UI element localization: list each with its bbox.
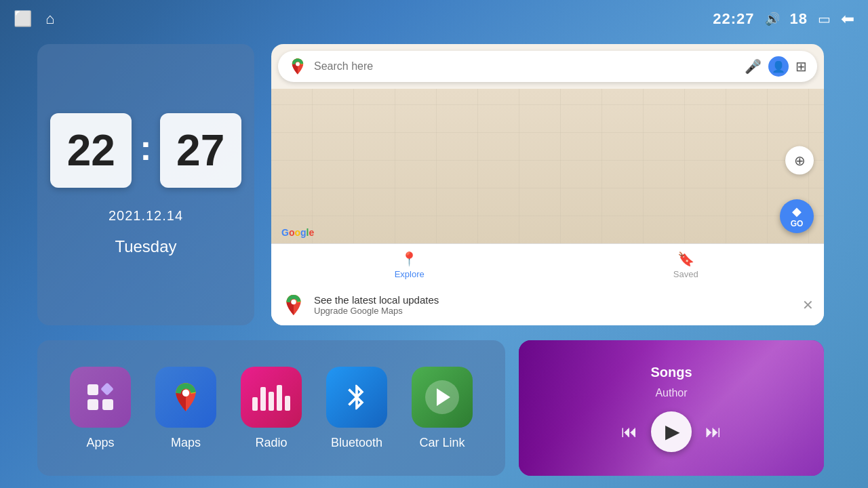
volume-level: 18 [790,10,808,28]
saved-label: Saved [673,269,698,279]
bluetooth-icon [326,367,387,428]
app-item-maps[interactable]: Maps [155,367,216,450]
clock-day: Tuesday [115,237,176,256]
app-item-carlink[interactable]: Car Link [412,367,473,450]
music-next-button[interactable]: ⏭ [705,422,722,441]
clock-time-display: 22 : 27 [50,113,241,188]
apps-icon [70,367,131,428]
carlink-label: Car Link [419,436,465,450]
upgrade-text: See the latest local updates Upgrade Goo… [314,294,794,316]
grid-dot-1 [87,384,98,395]
app-item-apps[interactable]: Apps [70,367,131,450]
google-watermark: Google [281,227,314,238]
google-maps-logo [288,57,307,76]
music-play-button[interactable]: ▶ [651,411,692,452]
svg-point-0 [296,62,300,66]
apps-panel: Apps Maps [37,340,505,476]
maps-label: Maps [171,436,201,450]
upgrade-close-button[interactable]: ✕ [802,297,814,313]
clock-widget: 22 : 27 2021.12.14 Tuesday [37,44,254,325]
radio-bar-5 [285,396,290,411]
music-controls: ⏮ ▶ ⏭ [621,411,722,452]
radio-bar-2 [260,387,266,411]
apps-label: Apps [86,436,114,450]
clock-date: 2021.12.14 [108,208,183,224]
microphone-icon[interactable]: 🎤 [745,58,762,75]
svg-point-2 [182,389,189,396]
top-bar-right: 22:27 🔊 18 ▭ ⬅ [713,9,854,28]
location-icon: ⊕ [794,152,806,169]
maps-nav-bar: 📍 Explore 🔖 Saved [271,243,824,285]
top-bar: ⬜ ⌂ 22:27 🔊 18 ▭ ⬅ [0,0,868,37]
maps-upgrade-icon [281,293,306,317]
top-bar-left: ⬜ ⌂ [14,10,54,28]
carlink-icon [412,367,473,428]
volume-icon: 🔊 [765,12,780,26]
clock-display: 22:27 [713,10,754,28]
music-play-icon: ▶ [665,420,680,443]
maps-saved-tab[interactable]: 🔖 Saved [548,244,825,285]
carlink-triangle [437,388,450,406]
go-button[interactable]: ◆ GO [780,199,814,233]
home-icon[interactable]: ⌂ [45,10,54,28]
bottom-row: Apps Maps [37,340,824,476]
user-avatar[interactable]: 👤 [768,56,789,77]
maps-search-input[interactable] [314,60,738,73]
radio-bar-3 [269,392,274,411]
maps-explore-tab[interactable]: 📍 Explore [271,244,548,285]
music-prev-button[interactable]: ⏮ [621,422,637,441]
clock-hour: 22 [50,113,132,188]
grid-dot-2 [100,382,114,396]
maps-map-body[interactable]: Google ⊕ ◆ GO [271,89,824,243]
battery-icon: ▭ [818,11,831,27]
bluetooth-label: Bluetooth [331,436,382,450]
clock-colon: : [140,127,151,168]
upgrade-title: See the latest local updates [314,294,794,306]
explore-icon: 📍 [401,251,418,267]
layers-icon[interactable]: ⊞ [795,58,807,75]
music-title: Songs [650,365,692,380]
maps-search-bar[interactable]: 🎤 👤 ⊞ [278,51,817,82]
music-author: Author [655,387,687,399]
saved-icon: 🔖 [677,251,694,267]
user-icon: 👤 [772,60,785,73]
go-arrow-icon: ◆ [792,204,802,219]
window-icon[interactable]: ⬜ [14,10,32,28]
app-item-radio[interactable]: Radio [241,367,302,450]
music-content: Songs Author ⏮ ▶ ⏭ [519,354,824,462]
radio-icon [241,367,302,428]
music-panel: Songs Author ⏮ ▶ ⏭ [519,340,824,476]
app-item-bluetooth[interactable]: Bluetooth [326,367,387,450]
maps-app-icon [155,367,216,428]
back-button[interactable]: ⬅ [841,9,854,28]
maps-upgrade-banner: See the latest local updates Upgrade Goo… [271,285,824,325]
upgrade-subtitle: Upgrade Google Maps [314,306,794,316]
svg-point-1 [291,300,296,305]
go-label: GO [791,219,804,228]
radio-bar-4 [277,385,282,411]
grid-dot-3 [87,399,98,410]
apps-grid-icon [82,379,119,415]
radio-bar-1 [252,397,258,411]
clock-minute: 27 [160,113,241,188]
radio-label: Radio [255,436,287,450]
carlink-play-icon [425,380,459,414]
explore-label: Explore [395,269,425,279]
maps-widget: 🎤 👤 ⊞ Google ⊕ ◆ GO 📍 Explore 🔖 Saved [271,44,824,325]
radio-bars-icon [252,384,290,411]
my-location-button[interactable]: ⊕ [785,146,814,175]
grid-dot-4 [102,399,113,410]
